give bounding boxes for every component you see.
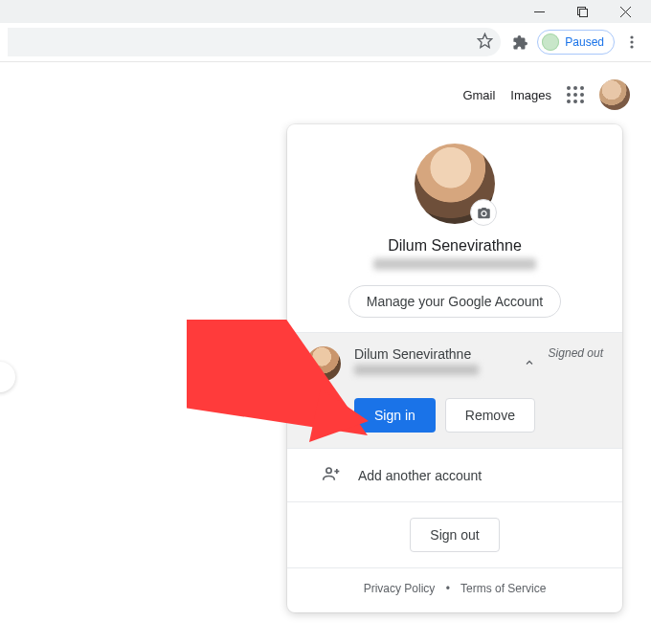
popover-header: Dilum Senevirathne Manage your Google Ac… [287, 124, 622, 332]
svg-point-7 [630, 40, 633, 43]
popover-footer: Privacy Policy • Terms of Service [287, 567, 622, 612]
secondary-avatar [306, 346, 341, 381]
privacy-policy-link[interactable]: Privacy Policy [364, 582, 436, 595]
add-account-row[interactable]: Add another account [287, 448, 622, 501]
chevron-up-icon[interactable] [524, 356, 535, 371]
sign-in-button[interactable]: Sign in [354, 398, 436, 433]
window-maximize-button[interactable] [561, 0, 604, 23]
svg-rect-2 [580, 9, 588, 16]
sign-out-button[interactable]: Sign out [410, 518, 499, 552]
window-titlebar [0, 0, 651, 23]
secondary-account-row[interactable]: Dilum Senevirathne Signed out Sign in Re… [287, 332, 622, 448]
window-minimize-button[interactable] [518, 0, 561, 23]
window-close-button[interactable] [604, 0, 647, 23]
chrome-menu-icon[interactable] [618, 34, 645, 50]
svg-point-9 [326, 468, 331, 473]
browser-toolbar: Paused [0, 23, 651, 61]
add-account-label: Add another account [358, 468, 482, 483]
remove-button[interactable]: Remove [445, 398, 535, 433]
paused-label: Paused [565, 35, 604, 49]
google-apps-icon[interactable] [567, 86, 584, 103]
main-avatar-wrap [415, 144, 495, 224]
account-email-blurred [373, 258, 536, 270]
secondary-email-blurred [354, 365, 479, 375]
footer-dot: • [446, 582, 450, 595]
scroll-edge-knob [0, 362, 15, 392]
signout-row: Sign out [287, 501, 622, 567]
google-topnav: Gmail Images [0, 62, 651, 112]
account-popover: Dilum Senevirathne Manage your Google Ac… [287, 124, 622, 612]
manage-account-button[interactable]: Manage your Google Account [348, 285, 561, 318]
account-name: Dilum Senevirathne [306, 237, 603, 255]
bookmark-star-icon[interactable] [477, 33, 493, 53]
secondary-account-name: Dilum Senevirathne [354, 346, 506, 362]
svg-point-8 [630, 45, 633, 48]
address-bar[interactable] [8, 28, 501, 56]
profile-paused-chip[interactable]: Paused [537, 30, 615, 55]
account-avatar[interactable] [599, 79, 630, 110]
extensions-icon[interactable] [506, 34, 533, 51]
gmail-link[interactable]: Gmail [462, 88, 495, 102]
images-link[interactable]: Images [510, 88, 551, 102]
camera-badge-button[interactable] [470, 199, 497, 226]
profile-chip-avatar-icon [542, 33, 559, 51]
signed-out-status: Signed out [549, 346, 603, 360]
terms-link[interactable]: Terms of Service [460, 582, 546, 595]
person-add-icon [322, 464, 341, 486]
camera-icon [477, 206, 491, 220]
svg-marker-5 [479, 33, 492, 47]
svg-point-6 [630, 35, 633, 38]
